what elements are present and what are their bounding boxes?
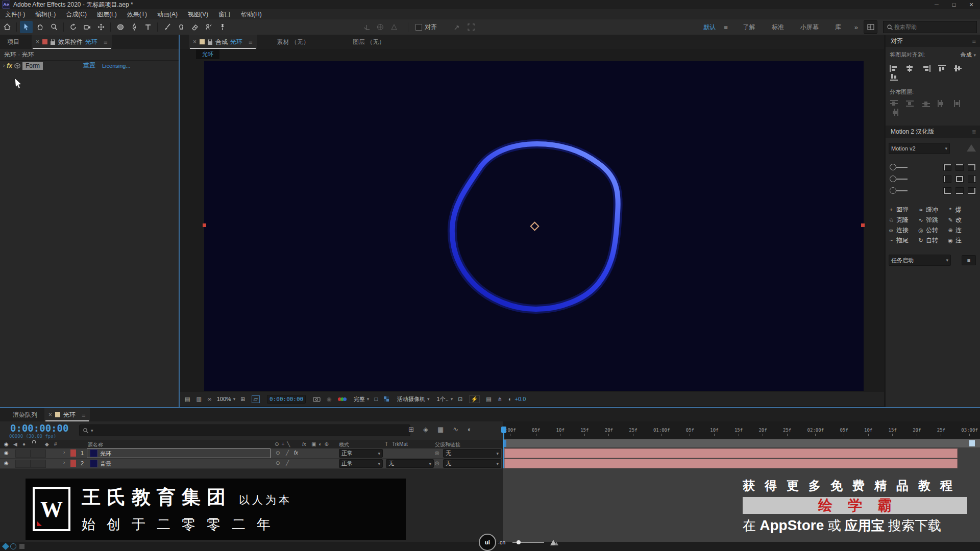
always-preview-icon[interactable]: ▤ (185, 396, 190, 403)
effect-licensing-link[interactable]: Licensing... (102, 63, 131, 69)
align-to-value[interactable]: 合成▾ (960, 51, 976, 59)
pickwhip-icon[interactable]: ◎ (435, 450, 439, 456)
view-axis-mode-icon[interactable] (387, 21, 400, 33)
mode-column[interactable]: 模式 (339, 441, 349, 448)
minimize-button[interactable]: ─ (928, 0, 945, 9)
layer-mode-dropdown[interactable]: 正常▾ (339, 449, 383, 458)
layer-row-1[interactable]: ◉ › 1 光环 ⊙ ╱ fx 正常▾ ◎ 无▾ (0, 448, 502, 459)
timeline-search[interactable]: ▾ (79, 424, 410, 436)
layer-name[interactable]: 背景 (100, 460, 111, 468)
playhead[interactable] (503, 427, 504, 468)
layer-handle-left[interactable] (203, 223, 206, 227)
layer-label-chip[interactable] (70, 449, 76, 457)
menu-view[interactable]: 视图(V) (183, 9, 213, 19)
trkmat-column[interactable]: TrkMat (392, 441, 408, 447)
tab-motion[interactable]: Motion 2 汉化版 (886, 128, 939, 136)
task-launch-dropdown[interactable]: 任务启动▾ (889, 255, 951, 266)
distribute-right-button[interactable] (890, 109, 898, 117)
expand-chevron-icon[interactable]: › (3, 63, 5, 68)
menu-file[interactable]: 文件(F) (0, 9, 30, 19)
rotate-tool-icon[interactable] (67, 21, 80, 33)
motion-preset-dropdown[interactable]: Motion v2▾ (889, 143, 950, 154)
anchor-bottom-center-button[interactable] (955, 187, 964, 194)
frame-blend-icon[interactable]: ∿ (453, 425, 458, 433)
tab-composition[interactable]: × 合成 光环 ≡ (189, 35, 257, 49)
tab-effect-controls[interactable]: × 效果控件 光环 ≡ (32, 35, 112, 49)
composition-miniflow-icon[interactable]: ⊞ (408, 425, 414, 433)
menu-animation[interactable]: 动画(A) (152, 9, 183, 19)
task-options-button[interactable]: ≡ (962, 255, 976, 265)
player-badge[interactable]: ui (479, 534, 496, 551)
tab-align[interactable]: 对齐 (886, 37, 908, 45)
layer-handle-right[interactable] (861, 223, 865, 227)
layer-trkmat-dropdown[interactable]: 无▾ (386, 459, 434, 468)
resolution-dropdown[interactable]: 完整▾ (352, 395, 372, 404)
timeline-current-time[interactable]: 0:00:00:00 (10, 422, 68, 434)
anchor-axis-icon[interactable] (890, 176, 896, 182)
layer-quality2-icon[interactable]: ╱ (286, 450, 289, 456)
menu-window[interactable]: 窗口 (213, 9, 236, 19)
help-search-input[interactable] (893, 23, 962, 31)
layer-visibility-icon[interactable]: ◉ (4, 450, 9, 456)
anchor-top-center-button[interactable] (955, 164, 964, 171)
viewer-tab[interactable]: 光环 (196, 49, 219, 59)
volume-mountain-icon[interactable] (550, 540, 558, 545)
layer-bar-1[interactable] (504, 448, 958, 458)
exposure-value[interactable]: +0.0 (515, 396, 526, 402)
help-search[interactable] (883, 21, 977, 33)
workspace-menu-icon[interactable]: ≡ (724, 23, 728, 31)
timeline-search-input[interactable] (93, 426, 407, 435)
status-render-icon[interactable] (2, 543, 9, 550)
effect-reset-link[interactable]: 重置 (83, 61, 95, 70)
selection-tool-icon[interactable] (20, 21, 33, 33)
snapshot-camera-icon[interactable] (313, 396, 321, 402)
reset-exposure-icon[interactable]: ◐ (508, 396, 512, 402)
layer-mode-dropdown[interactable]: 正常▾ (339, 459, 383, 468)
effect-name[interactable]: Form (22, 62, 43, 70)
workspace-default[interactable]: 默认 (703, 23, 716, 32)
player-slider-knob[interactable] (517, 540, 521, 544)
panel-menu-icon[interactable]: ≡ (249, 38, 253, 46)
pen-tool-icon[interactable] (128, 21, 140, 33)
magnification-glasses-icon[interactable]: ∞ (208, 396, 212, 402)
flowchart-icon[interactable]: ⋔ (498, 396, 502, 403)
motion-bounce-button[interactable]: +回弹 (888, 205, 917, 215)
anchor-top-right-button[interactable] (968, 164, 976, 171)
tab-close-icon[interactable]: × (36, 38, 39, 45)
tab-layer[interactable]: 图层 （无） (353, 38, 385, 46)
motion-link-button[interactable]: ⊕连 (947, 225, 976, 235)
anchor-mid-left-button[interactable] (943, 176, 951, 183)
menu-composition[interactable]: 合成(C) (61, 9, 92, 19)
pan-behind-tool-icon[interactable] (94, 21, 107, 33)
workspace-standard[interactable]: 标准 (772, 23, 784, 32)
workspace-switcher-icon[interactable] (864, 20, 877, 34)
status-misc-icon[interactable] (19, 544, 24, 549)
panel-menu-icon[interactable]: ≡ (972, 37, 976, 45)
tab-footage[interactable]: 素材 （无） (277, 38, 309, 46)
workspace-overflow-icon[interactable]: » (854, 23, 858, 31)
panel-menu-icon[interactable]: ≡ (82, 411, 86, 419)
tab-close-icon[interactable]: × (48, 411, 52, 418)
show-snapshot-icon[interactable]: ◉ (327, 396, 332, 403)
draft3d-icon[interactable]: ◈ (423, 425, 428, 433)
eraser-tool-icon[interactable] (188, 21, 201, 33)
pickwhip-icon[interactable]: ◎ (435, 460, 439, 466)
layer-visibility-icon[interactable]: ◉ (4, 460, 9, 466)
timeline-jump-icon[interactable]: ▤ (486, 396, 491, 403)
motion-connect-button[interactable]: ∞连接 (888, 225, 917, 235)
motion-clone-button[interactable]: ♘克隆 (888, 215, 917, 225)
menu-edit[interactable]: 编辑(E) (30, 9, 61, 19)
distribute-left-button[interactable] (938, 100, 946, 109)
active-camera-dropdown[interactable]: 活动摄像机▾ (395, 395, 432, 404)
layer-expand-icon[interactable]: › (63, 449, 65, 455)
home-icon[interactable] (1, 21, 13, 33)
zoom-quality-icon[interactable] (451, 21, 463, 33)
motion-jump-button[interactable]: ∿弹跳 (917, 215, 947, 225)
time-ruler[interactable]: :00f 05f 10f 15f 20f 25f 01:00f 05f 10f … (503, 421, 980, 439)
main-viewer-icon[interactable]: ▥ (196, 396, 201, 403)
world-axis-mode-icon[interactable] (374, 21, 386, 33)
align-right-button[interactable] (922, 65, 930, 73)
workspace-library[interactable]: 库 (835, 23, 841, 32)
tab-close-icon[interactable]: × (193, 38, 197, 45)
align-hcenter-button[interactable] (905, 65, 914, 73)
